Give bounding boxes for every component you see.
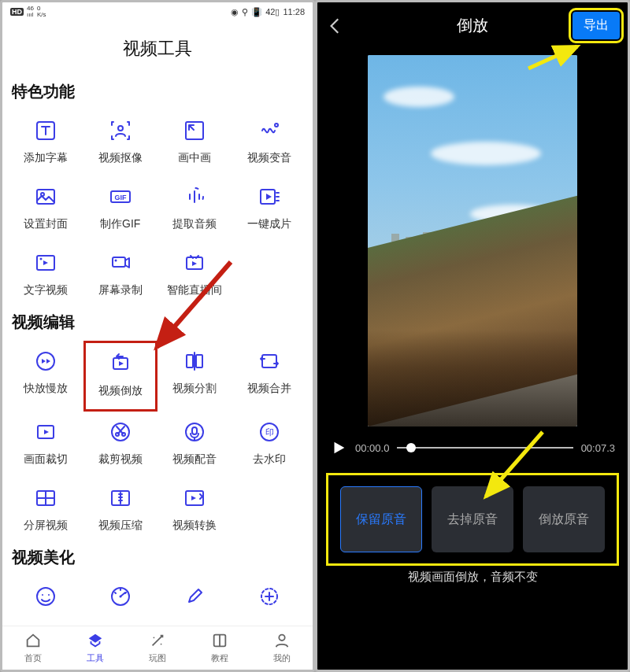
tool-tile[interactable]: 视频变音 <box>232 110 307 176</box>
sparkle-icon <box>255 582 284 611</box>
svg-rect-18 <box>196 355 202 367</box>
tab-book[interactable]: 教程 <box>188 626 250 670</box>
svg-point-13 <box>114 260 117 262</box>
tile-label: 制作GIF <box>100 217 140 231</box>
seek-track[interactable] <box>397 447 573 449</box>
bottom-tab-bar: 首页工具玩图教程我的 <box>2 626 313 670</box>
reverse-option[interactable]: 去掉原音 <box>432 486 513 552</box>
video-preview[interactable] <box>368 55 577 426</box>
tile-label: 画中画 <box>178 151 211 165</box>
tile-grid: 快放慢放视频倒放视频分割视频合并画面裁切裁剪视频视频配音印去水印分屏视频视频压缩… <box>9 341 306 544</box>
tile-label: 视频合并 <box>247 382 291 396</box>
svg-point-1 <box>118 126 123 131</box>
magic-icon <box>149 632 166 651</box>
reverse-options-row: 保留原音去掉原音倒放原音 <box>330 477 615 562</box>
seek-knob[interactable] <box>406 443 416 452</box>
svg-point-5 <box>41 193 44 196</box>
auto-clip-icon <box>255 183 284 211</box>
svg-point-31 <box>37 588 54 605</box>
tool-tile[interactable] <box>83 576 158 628</box>
tool-tile[interactable]: 视频倒放 <box>83 341 158 412</box>
audio-extract-icon <box>180 183 209 211</box>
tool-tile[interactable]: 视频合并 <box>232 341 307 412</box>
tile-label: 智能直播间 <box>167 283 222 297</box>
svg-rect-17 <box>187 355 193 367</box>
option-caption: 视频画面倒放，音频不变 <box>317 570 628 585</box>
svg-rect-12 <box>113 257 125 267</box>
tile-label: 视频分割 <box>172 382 217 396</box>
profile-icon <box>273 632 291 651</box>
section-heading: 视频编辑 <box>9 308 306 341</box>
svg-point-38 <box>153 637 154 638</box>
tile-label: 添加字幕 <box>24 151 68 165</box>
tool-tile[interactable]: 分屏视频 <box>9 478 83 544</box>
crop-play-icon <box>32 418 60 446</box>
top-bar: 倒放 导出 <box>317 2 628 49</box>
split-icon <box>180 347 209 375</box>
tab-label: 教程 <box>211 652 228 664</box>
export-button[interactable]: 导出 <box>573 12 620 39</box>
tool-tile[interactable] <box>9 576 83 628</box>
section: 视频美化 <box>2 544 313 628</box>
bluetooth-icon: ⚲ <box>242 7 248 17</box>
svg-point-11 <box>40 258 43 260</box>
tab-home[interactable]: 首页 <box>2 626 65 670</box>
tab-profile[interactable]: 我的 <box>250 626 313 670</box>
scissors-icon <box>106 418 135 446</box>
tile-label: 屏幕录制 <box>98 283 143 297</box>
svg-text:GIF: GIF <box>114 194 127 201</box>
live-room-icon <box>180 249 209 277</box>
svg-point-39 <box>161 644 162 645</box>
tool-tile[interactable]: 裁剪视频 <box>83 412 158 478</box>
tile-label: 视频抠像 <box>98 151 143 165</box>
tool-tile[interactable] <box>232 576 307 628</box>
tile-label: 视频变音 <box>247 151 291 165</box>
right-phone-screen: 倒放 导出 00:00.0 00:07.3 保留原音去掉原音倒放原音 视频画面倒… <box>315 0 630 672</box>
tool-tile[interactable]: 画中画 <box>158 110 232 176</box>
tool-tile[interactable]: 视频抠像 <box>83 110 158 176</box>
reverse-option[interactable]: 倒放原音 <box>523 486 605 552</box>
tile-label: 快放慢放 <box>24 382 68 396</box>
play-button[interactable] <box>330 439 347 456</box>
tool-tile[interactable]: 画面裁切 <box>9 412 83 478</box>
tool-tile[interactable]: 视频分割 <box>158 341 232 412</box>
text-box-icon <box>32 116 60 145</box>
tool-tile[interactable]: 智能直播间 <box>158 242 232 308</box>
clock: 11:28 <box>283 7 305 17</box>
book-icon <box>211 632 228 651</box>
tool-tile[interactable]: 视频配音 <box>158 412 232 478</box>
tool-tile[interactable]: 视频转换 <box>158 478 232 544</box>
merge-icon <box>255 347 284 375</box>
tab-tools[interactable]: 工具 <box>65 626 127 670</box>
tile-label: 分屏视频 <box>24 519 68 533</box>
tab-magic[interactable]: 玩图 <box>127 626 189 670</box>
section-heading: 视频美化 <box>9 544 306 576</box>
svg-point-33 <box>48 594 50 596</box>
tool-tile[interactable]: 设置封面 <box>9 176 83 242</box>
svg-text:印: 印 <box>265 427 273 437</box>
tile-label: 去水印 <box>253 452 286 467</box>
tool-tile[interactable]: 屏幕录制 <box>83 242 158 308</box>
section: 特色功能添加字幕视频抠像画中画视频变音设置封面GIF制作GIF提取音频一键成片文… <box>2 78 313 308</box>
tool-tile[interactable]: 添加字幕 <box>9 110 83 176</box>
tool-tile[interactable]: 快放慢放 <box>9 341 83 412</box>
tile-label: 视频配音 <box>172 452 217 467</box>
tool-tile[interactable]: GIF制作GIF <box>83 176 158 242</box>
time-total: 00:07.3 <box>581 442 615 454</box>
tool-tile[interactable] <box>158 576 232 628</box>
sound-wave-icon <box>255 116 284 145</box>
screen-record-icon <box>106 249 135 277</box>
left-phone-screen: HD 46ıııl 0K/s ◉ ⚲ 📳 42▯ 11:28 视频工具 特色功能… <box>0 0 315 672</box>
face-icon <box>32 582 60 611</box>
tool-tile[interactable]: 提取音频 <box>158 176 232 242</box>
tool-tile[interactable]: 印去水印 <box>232 412 307 478</box>
home-icon <box>24 632 42 651</box>
playback-row: 00:00.0 00:07.3 <box>317 433 628 461</box>
watermark-icon: 印 <box>255 418 284 446</box>
tool-tile[interactable]: 视频压缩 <box>83 478 158 544</box>
tile-label: 视频压缩 <box>98 519 143 533</box>
tool-tile[interactable]: 一键成片 <box>232 176 307 242</box>
reverse-option[interactable]: 保留原音 <box>340 486 422 552</box>
tool-tile[interactable]: 文字视频 <box>9 242 83 308</box>
tile-label: 画面裁切 <box>24 452 68 467</box>
